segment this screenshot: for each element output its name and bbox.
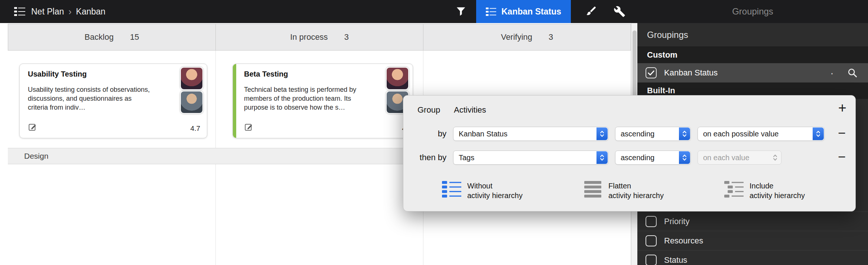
search-icon[interactable] (847, 68, 858, 78)
wrench-icon[interactable] (614, 6, 625, 17)
card-assignees (180, 67, 203, 114)
column-count: 3 (344, 32, 349, 42)
avatar-photo (386, 67, 409, 90)
sidebar-item-label: Priority (664, 217, 689, 226)
rule-label: then by (403, 153, 446, 162)
flatten-hierarchy-icon (583, 181, 602, 198)
sidebar-item-label: Status (664, 255, 687, 265)
dropdown-value: on each possible value (703, 130, 778, 138)
sidebar-item-label: Resources (664, 236, 703, 246)
sidebar-item-priority[interactable]: Priority (637, 211, 868, 231)
add-grouping-button[interactable]: + (838, 101, 846, 115)
dropdown-value: ascending (621, 153, 654, 162)
inspector-panel-title: Groupings (637, 0, 868, 23)
dropdown-value: Tags (459, 153, 474, 162)
view-options-icon[interactable] (14, 7, 25, 16)
stepper-arrows-icon (596, 151, 608, 164)
card-usability-testing[interactable]: Usability Testing Usability testing cons… (19, 64, 207, 138)
checkbox-unchecked[interactable] (646, 255, 657, 265)
option-label-line2: activity hierarchy (750, 191, 805, 200)
option-label-line1: Include (750, 182, 774, 190)
dropdown-value: Kanban Status (459, 130, 507, 138)
rule-label: by (403, 129, 446, 139)
sort-order-dropdown[interactable]: ascending (615, 127, 691, 141)
grouping-button-label: Kanban Status (501, 7, 561, 17)
stepper-arrows-icon (596, 127, 608, 140)
remove-grouping-button[interactable]: − (838, 149, 846, 165)
hierarchy-option-flatten[interactable]: Flatten activity hierarchy (583, 181, 664, 200)
breadcrumb: Net Plan › Kanban (31, 6, 105, 17)
breadcrumb-project[interactable]: Net Plan (31, 7, 64, 17)
group-row-label: Design (24, 152, 48, 161)
sidebar-section-custom: Custom (637, 47, 868, 63)
field-dropdown[interactable]: Kanban Status (453, 127, 608, 141)
grouping-mode-dropdown[interactable]: on each possible value (698, 127, 825, 141)
column-label: Backlog (85, 32, 114, 42)
card-title: Usability Testing (28, 70, 87, 78)
sidebar-item-resources[interactable]: Resources (637, 231, 868, 250)
popover-title-action: Group (417, 105, 440, 115)
paintbrush-icon[interactable] (585, 6, 597, 17)
edit-pencil-icon[interactable] (28, 122, 38, 133)
column-label: In process (290, 32, 328, 42)
card-description: Usability testing consists of observatio… (28, 85, 153, 112)
dropdown-value: ascending (621, 130, 654, 138)
sidebar-title: Groupings (637, 23, 868, 47)
edit-pencil-icon[interactable] (244, 122, 254, 133)
sidebar-item-kanban-status[interactable]: Kanban Status · (637, 63, 868, 83)
avatar-photo (180, 67, 203, 90)
card-color-stripe (233, 64, 236, 138)
column-count: 15 (130, 32, 139, 42)
column-header-verifying: Verifying 3 (423, 24, 631, 51)
grouping-icon (486, 7, 496, 16)
stepper-arrows-icon (679, 127, 690, 140)
popover-title-scope: Activities (454, 105, 486, 115)
grouping-mode-dropdown-disabled: on each value (698, 151, 781, 165)
option-label-line2: activity hierarchy (608, 191, 664, 200)
option-label-line2: activity hierarchy (467, 191, 523, 200)
option-label-line1: Flatten (608, 182, 631, 190)
option-label-line1: Without (467, 182, 492, 190)
remove-grouping-button[interactable]: − (838, 125, 846, 141)
item-bullet: · (830, 67, 834, 78)
stepper-arrows-icon (813, 127, 824, 140)
checkbox-checked[interactable] (646, 67, 657, 78)
grouping-status-button[interactable]: Kanban Status (476, 0, 571, 23)
hierarchy-option-without[interactable]: Without activity hierarchy (442, 181, 523, 200)
stepper-arrows-icon (770, 151, 781, 164)
column-count: 3 (549, 32, 553, 42)
stepper-arrows-icon (679, 151, 690, 164)
card-beta-testing[interactable]: Beta Testing Technical beta testing is p… (233, 64, 413, 138)
filter-icon[interactable] (455, 6, 466, 17)
checkbox-unchecked[interactable] (646, 216, 657, 227)
dropdown-value: on each value (703, 153, 750, 162)
avatar-photo (180, 91, 203, 114)
column-header-in-process: In process 3 (215, 24, 423, 51)
sort-order-dropdown[interactable]: ascending (615, 151, 691, 165)
checkbox-unchecked[interactable] (646, 235, 657, 246)
card-rating: 4.7 (191, 125, 200, 133)
toolbar: Net Plan › Kanban Kanban Status Grouping… (0, 0, 868, 23)
sidebar-item-status[interactable]: Status (637, 250, 868, 265)
group-settings-popover: Group Activities + by Kanban Status asce… (403, 95, 856, 211)
grouping-rule-row: by Kanban Status ascending on each possi… (403, 127, 855, 141)
field-dropdown[interactable]: Tags (453, 151, 608, 165)
grouping-rule-row: then by Tags ascending on each value − (403, 151, 855, 165)
hierarchy-option-include[interactable]: Include activity hierarchy (724, 181, 805, 200)
breadcrumb-view[interactable]: Kanban (76, 7, 105, 17)
column-label: Verifying (501, 32, 532, 42)
include-hierarchy-icon (724, 181, 744, 198)
card-title: Beta Testing (244, 70, 288, 78)
column-header-backlog: Backlog 15 (8, 24, 216, 51)
sidebar-item-label: Kanban Status (664, 68, 718, 78)
card-description: Technical beta testing is performed by m… (244, 85, 369, 112)
breadcrumb-separator: › (68, 6, 71, 17)
without-hierarchy-icon (442, 181, 461, 198)
